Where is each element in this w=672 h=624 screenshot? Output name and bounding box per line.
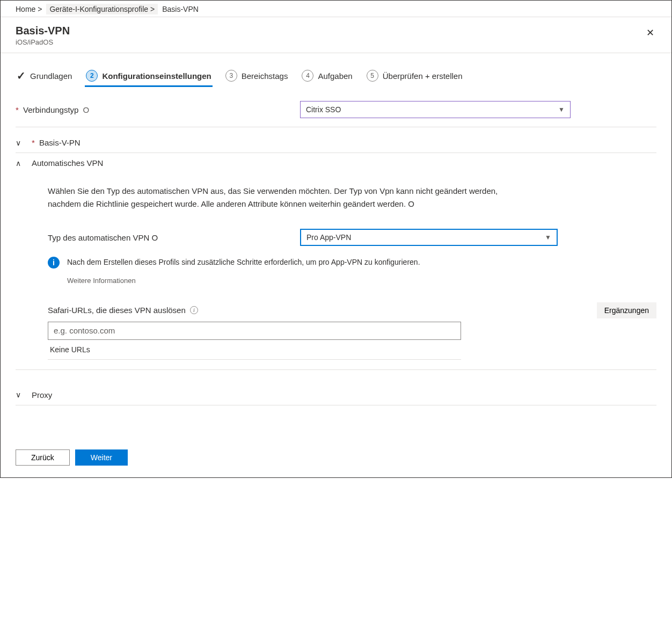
chevron-down-icon: ∨ <box>16 139 24 147</box>
section-proxy-label: Proxy <box>32 390 52 400</box>
info-text: Nach dem Erstellen dieses Profils sind z… <box>67 257 420 286</box>
connection-type-row: * Verbindungstyp O Citrix SSO ▼ <box>16 101 656 127</box>
check-icon: ✓ <box>17 69 26 82</box>
auto-vpn-type-label: Typ des automatischen VPN O <box>48 233 300 242</box>
info-icon: i <box>48 257 60 269</box>
auto-vpn-type-value: Pro App-VPN <box>306 233 351 242</box>
panel: Basis-VPN iOS/iPadOS ✕ ✓ Grundlagen 2 Ko… <box>1 17 671 477</box>
auto-vpn-type-select[interactable]: Pro App-VPN ▼ <box>300 229 558 246</box>
connection-type-value: Citrix SSO <box>306 105 341 114</box>
step-scope[interactable]: 3 Bereichstags <box>224 67 289 87</box>
required-asterisk: * <box>16 105 19 114</box>
wizard-steps: ✓ Grundlagen 2 Konfigurationseinstellung… <box>16 66 656 88</box>
step-assignments-label: Aufgaben <box>318 71 352 81</box>
learn-more-link[interactable]: Weitere Informationen <box>67 275 420 286</box>
add-url-button[interactable]: Ergänzungen <box>597 302 656 318</box>
info-bar: i Nach dem Erstellen dieses Profils sind… <box>48 257 656 286</box>
connection-type-label: * Verbindungstyp O <box>16 105 300 114</box>
info-circle-icon[interactable]: i <box>190 306 198 314</box>
connection-type-label-text: Verbindungstyp <box>23 105 78 114</box>
section-basis-vpn[interactable]: ∨ * Basis-V-PN <box>16 133 656 153</box>
chevron-down-icon: ▼ <box>545 234 551 241</box>
safari-urls-header: Safari-URLs, die dieses VPN auslösen i E… <box>48 302 656 318</box>
panel-container: Home > Geräte-I-Konfigurationsprofile > … <box>0 0 672 478</box>
step-config-badge: 2 <box>86 70 98 82</box>
panel-title: Basis-VPN <box>16 25 70 37</box>
auto-vpn-body: Wählen Sie den Typ des automatischen VPN… <box>16 170 656 370</box>
info-indicator: O <box>83 105 90 114</box>
step-scope-label: Bereichstags <box>242 71 288 81</box>
step-review-badge: 5 <box>367 70 378 82</box>
wizard-footer: Zurück Weiter <box>1 412 671 477</box>
info-text-main: Nach dem Erstellen dieses Profils sind z… <box>67 258 420 266</box>
panel-subtitle: iOS/iPadOS <box>16 38 70 46</box>
safari-urls-label: Safari-URLs, die dieses VPN auslösen i <box>48 306 198 315</box>
panel-header: Basis-VPN iOS/iPadOS ✕ <box>1 17 671 53</box>
chevron-down-icon: ∨ <box>16 390 24 399</box>
section-basis-label: Basis-V-PN <box>39 138 81 147</box>
section-proxy[interactable]: ∨ Proxy <box>16 385 656 405</box>
breadcrumb-home[interactable]: Home > <box>13 4 44 14</box>
auto-vpn-description: Wählen Sie den Typ des automatischen VPN… <box>48 185 515 211</box>
body: ✓ Grundlagen 2 Konfigurationseinstellung… <box>1 53 671 412</box>
step-basics[interactable]: ✓ Grundlagen <box>16 66 73 88</box>
breadcrumb: Home > Geräte-I-Konfigurationsprofile > … <box>1 1 671 17</box>
auto-vpn-type-row: Typ des automatischen VPN O Pro App-VPN … <box>48 229 656 246</box>
required-asterisk: * <box>32 138 35 147</box>
step-assignments[interactable]: 4 Aufgaben <box>301 67 353 87</box>
step-review[interactable]: 5 Überprüfen + erstellen <box>366 67 464 87</box>
section-auto-label: Automatisches VPN <box>32 158 103 168</box>
connection-type-select[interactable]: Citrix SSO ▼ <box>300 101 571 118</box>
step-scope-badge: 3 <box>225 70 237 82</box>
step-review-label: Überprüfen + erstellen <box>383 71 463 81</box>
back-button[interactable]: Zurück <box>16 449 70 466</box>
breadcrumb-devices[interactable]: Geräte-I-Konfigurationsprofile > <box>46 4 158 14</box>
step-basics-label: Grundlagen <box>30 71 72 81</box>
step-config[interactable]: 2 Konfigurationseinstellungen <box>85 67 212 87</box>
chevron-up-icon: ∧ <box>16 159 24 168</box>
section-auto-vpn[interactable]: ∧ Automatisches VPN <box>16 153 656 170</box>
step-assignments-badge: 4 <box>302 70 313 82</box>
next-button[interactable]: Weiter <box>75 449 128 466</box>
no-urls-text: Keine URLs <box>48 340 461 360</box>
breadcrumb-current: Basis-VPN <box>160 4 201 14</box>
chevron-down-icon: ▼ <box>558 106 565 113</box>
step-config-label: Konfigurationseinstellungen <box>102 71 211 81</box>
safari-url-input[interactable] <box>48 322 461 340</box>
safari-urls-label-text: Safari-URLs, die dieses VPN auslösen <box>48 306 186 315</box>
close-icon[interactable]: ✕ <box>642 25 659 41</box>
